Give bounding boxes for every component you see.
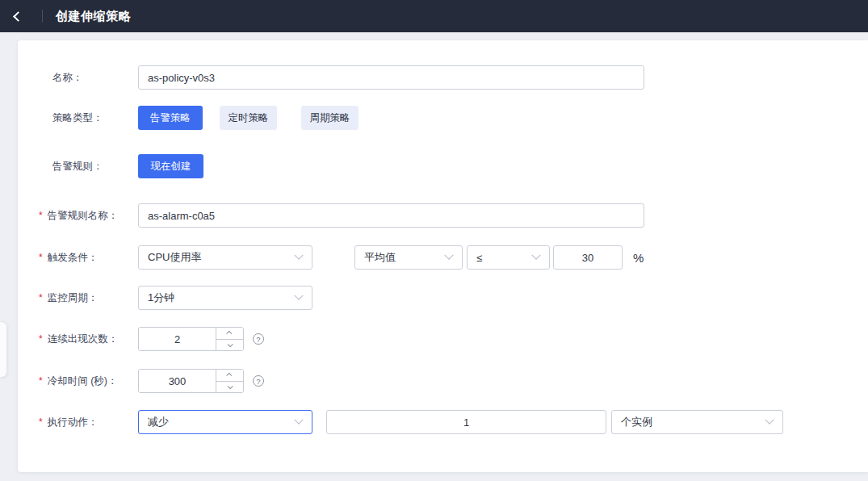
form-row-trigger-condition: *触发条件： CPU使用率 平均值 ≤ % (18, 245, 868, 270)
form-row-cooldown: *冷却时间 (秒)： ? (18, 369, 868, 393)
chevron-down-icon (294, 416, 303, 425)
form-row-action: *执行动作： 减少 个实例 (18, 410, 868, 434)
required-marker: * (39, 375, 43, 387)
header-divider (42, 10, 43, 23)
form-row-name: 名称： (18, 65, 868, 90)
operator-select[interactable]: ≤ (467, 245, 550, 270)
cooldown-label: *冷却时间 (秒)： (18, 374, 138, 387)
page-title: 创建伸缩策略 (56, 9, 131, 24)
stepper-down-button[interactable] (216, 340, 243, 351)
metric-select[interactable]: CPU使用率 (138, 245, 312, 270)
monitor-period-label: *监控周期： (18, 291, 138, 304)
required-marker: * (39, 333, 43, 345)
action-operation-select[interactable]: 减少 (138, 410, 312, 434)
trigger-condition-label: *触发条件： (18, 251, 138, 264)
policy-type-alarm-button[interactable]: 告警策略 (138, 106, 203, 130)
action-unit-select[interactable]: 个实例 (611, 410, 783, 434)
chevron-up-icon (226, 331, 232, 337)
policy-type-scheduled-button[interactable]: 定时策略 (220, 106, 277, 130)
stepper-controls (216, 328, 243, 350)
help-icon[interactable]: ? (253, 375, 264, 387)
threshold-unit-label: % (633, 251, 644, 265)
create-alarm-rule-button[interactable]: 现在创建 (138, 154, 203, 178)
monitor-period-select[interactable]: 1分钟 (138, 286, 312, 310)
chevron-down-icon (294, 251, 303, 260)
chevron-down-icon (228, 341, 233, 347)
action-label: *执行动作： (18, 416, 138, 429)
consecutive-count-label: *连续出现次数： (18, 333, 138, 345)
required-marker: * (39, 292, 43, 303)
chevron-up-icon (226, 373, 232, 379)
policy-type-periodic-button[interactable]: 周期策略 (301, 106, 359, 130)
form-row-consecutive-count: *连续出现次数： ? (18, 327, 868, 351)
form-card: 名称： 策略类型： 告警策略 定时策略 周期策略 告警规则： 现在创建 *告警规… (18, 40, 868, 472)
form-row-alarm-rule: 告警规则： 现在创建 (18, 154, 868, 178)
policy-type-label: 策略类型： (18, 111, 138, 124)
consecutive-count-stepper (138, 327, 244, 351)
required-marker: * (39, 416, 43, 428)
action-amount-input[interactable] (326, 410, 606, 434)
chevron-down-icon (294, 291, 303, 300)
form-row-alarm-rule-name: *告警规则名称： (18, 203, 868, 228)
chevron-down-icon (531, 251, 540, 260)
alarm-rule-label: 告警规则： (18, 160, 138, 173)
required-marker: * (39, 210, 43, 221)
page-header: 创建伸缩策略 (0, 0, 868, 32)
stepper-up-button[interactable] (216, 370, 243, 382)
form-row-monitor-period: *监控周期： 1分钟 (18, 286, 868, 310)
chevron-down-icon (228, 383, 233, 389)
threshold-input[interactable] (553, 245, 623, 270)
back-chevron-icon (13, 11, 23, 22)
chevron-down-icon (444, 251, 453, 260)
chevron-down-icon (765, 416, 774, 425)
back-button[interactable] (0, 0, 32, 32)
form-row-policy-type: 策略类型： 告警策略 定时策略 周期策略 (18, 106, 868, 130)
cooldown-stepper (138, 369, 244, 393)
side-panel-handle[interactable] (0, 321, 7, 378)
required-marker: * (39, 252, 43, 263)
help-icon[interactable]: ? (253, 333, 264, 345)
cooldown-input[interactable] (139, 370, 216, 392)
stepper-controls (216, 370, 243, 392)
stepper-down-button[interactable] (216, 382, 243, 393)
name-input[interactable] (138, 65, 644, 90)
consecutive-count-input[interactable] (139, 328, 216, 350)
aggregation-select[interactable]: 平均值 (354, 245, 463, 270)
alarm-rule-name-label: *告警规则名称： (18, 209, 138, 222)
stepper-up-button[interactable] (216, 328, 243, 340)
alarm-rule-name-input[interactable] (138, 203, 644, 228)
name-label: 名称： (18, 71, 138, 84)
